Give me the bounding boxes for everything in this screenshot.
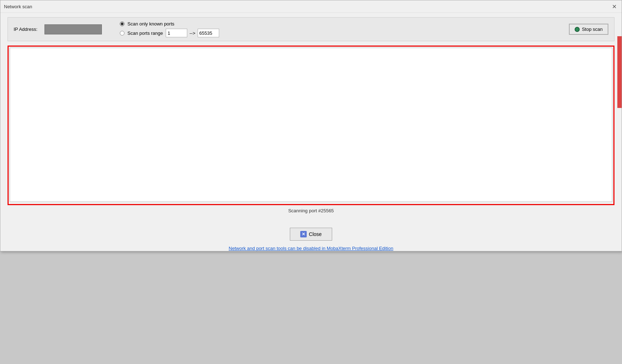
scan-options: Scan only known ports Scan ports range -… <box>120 21 219 37</box>
window-close-button[interactable]: ✕ <box>610 3 618 10</box>
results-area <box>8 46 614 205</box>
scan-indicator-icon <box>575 27 580 32</box>
close-dialog-label: Close <box>309 231 322 237</box>
range-to-input[interactable] <box>198 29 219 37</box>
results-textarea[interactable] <box>10 48 612 202</box>
network-scan-window: Network scan ✕ IP Address: Scan only kno… <box>0 0 622 251</box>
scan-ports-range-radio[interactable] <box>120 31 124 36</box>
bottom-area: ✕ Close Network and port scan tools can … <box>0 228 622 251</box>
range-inputs: --> <box>166 29 219 37</box>
scan-status: Scanning port #25565 <box>0 208 622 213</box>
scan-known-ports-label: Scan only known ports <box>127 21 174 27</box>
range-from-input[interactable] <box>166 29 187 37</box>
ip-address-label: IP Address: <box>14 27 37 32</box>
scan-known-ports-radio[interactable] <box>120 22 124 26</box>
stop-scan-button[interactable]: Stop scan <box>569 24 608 35</box>
window-title: Network scan <box>4 4 32 9</box>
scan-range-row: Scan ports range --> <box>120 29 219 37</box>
title-bar: Network scan ✕ <box>0 0 622 13</box>
right-bar-decoration <box>617 36 622 108</box>
promo-link[interactable]: Network and port scan tools can be disab… <box>229 246 394 251</box>
scan-ports-range-label: Scan ports range <box>127 30 163 36</box>
close-x-icon: ✕ <box>300 231 307 237</box>
scan-known-ports-row: Scan only known ports <box>120 21 219 27</box>
close-dialog-button[interactable]: ✕ Close <box>290 228 332 241</box>
stop-scan-label: Stop scan <box>582 27 603 32</box>
ip-address-input[interactable] <box>44 24 102 34</box>
toolbar: IP Address: Scan only known ports Scan p… <box>8 17 614 41</box>
range-arrow: --> <box>189 30 195 36</box>
